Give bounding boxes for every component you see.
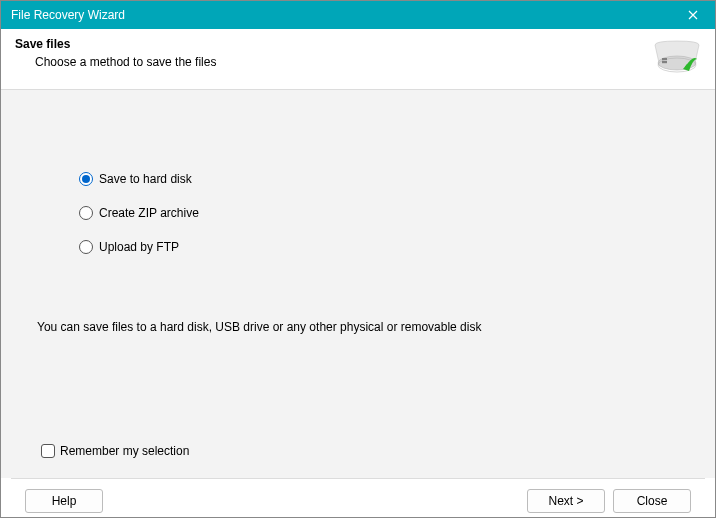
- option-hint-text: You can save files to a hard disk, USB d…: [37, 320, 481, 334]
- next-button[interactable]: Next >: [527, 489, 605, 513]
- radio-icon: [79, 172, 93, 186]
- option-save-hard-disk[interactable]: Save to hard disk: [79, 172, 687, 186]
- save-method-options: Save to hard disk Create ZIP archive Upl…: [29, 90, 687, 254]
- checkbox-icon: [41, 444, 55, 458]
- radio-label: Upload by FTP: [99, 240, 179, 254]
- help-button[interactable]: Help: [25, 489, 103, 513]
- remember-selection-checkbox[interactable]: Remember my selection: [41, 444, 189, 458]
- window-title: File Recovery Wizard: [11, 8, 671, 22]
- page-title: Save files: [15, 37, 645, 51]
- wizard-header: Save files Choose a method to save the f…: [1, 29, 715, 90]
- wizard-header-text: Save files Choose a method to save the f…: [15, 37, 645, 69]
- button-label: Close: [637, 494, 668, 508]
- wizard-content: Save to hard disk Create ZIP archive Upl…: [1, 90, 715, 478]
- hard-disk-save-icon: [653, 37, 701, 81]
- button-label: Next >: [548, 494, 583, 508]
- close-button[interactable]: Close: [613, 489, 691, 513]
- option-upload-ftp[interactable]: Upload by FTP: [79, 240, 687, 254]
- svg-rect-2: [662, 58, 667, 60]
- radio-icon: [79, 206, 93, 220]
- radio-icon: [79, 240, 93, 254]
- titlebar: File Recovery Wizard: [1, 1, 715, 29]
- option-create-zip[interactable]: Create ZIP archive: [79, 206, 687, 220]
- svg-rect-3: [662, 61, 667, 63]
- window-close-button[interactable]: [671, 1, 715, 29]
- radio-label: Create ZIP archive: [99, 206, 199, 220]
- radio-label: Save to hard disk: [99, 172, 192, 186]
- page-subtitle: Choose a method to save the files: [15, 55, 645, 69]
- button-label: Help: [52, 494, 77, 508]
- wizard-footer: Help Next > Close: [11, 478, 705, 518]
- close-icon: [688, 10, 698, 20]
- checkbox-label: Remember my selection: [60, 444, 189, 458]
